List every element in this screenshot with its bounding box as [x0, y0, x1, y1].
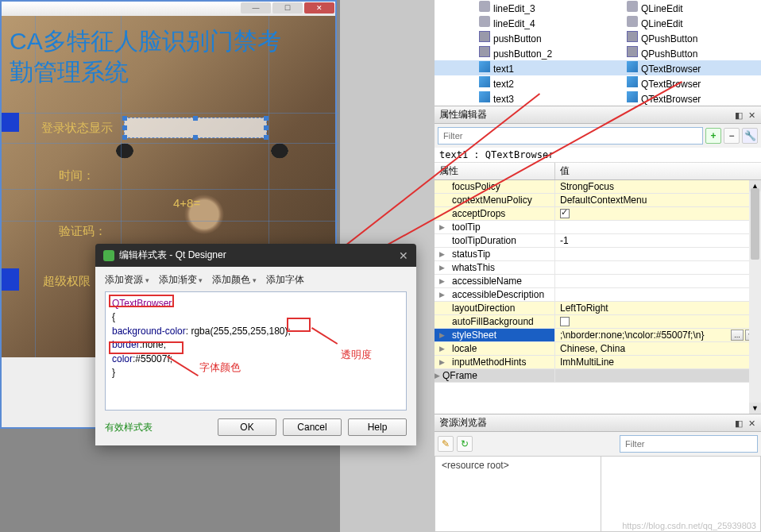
scroll-thumb[interactable]: [751, 188, 759, 260]
annotation-box-alpha: [287, 318, 311, 332]
property-editor-header[interactable]: 属性编辑器 ◧ ✕: [435, 106, 761, 124]
reload-resource-button[interactable]: ↻: [457, 436, 473, 452]
remove-property-button[interactable]: −: [724, 128, 740, 144]
add-resource-menu[interactable]: 添加资源: [105, 273, 149, 287]
grid-line: [2, 221, 338, 222]
dialog-titlebar[interactable]: 编辑样式表 - Qt Designer ✕: [95, 244, 416, 267]
close-icon[interactable]: ✕: [747, 110, 756, 120]
class-icon: [627, 76, 638, 87]
object-row-text3[interactable]: text3QTextBrowser: [435, 91, 761, 106]
resource-browser: ✎ ↻ <resource root>: [435, 432, 761, 532]
widget-icon: [479, 91, 490, 102]
property-row-contextMenuPolicy[interactable]: contextMenuPolicyDefaultContextMenu: [435, 194, 761, 207]
object-row-text1[interactable]: text1QTextBrowser: [435, 60, 761, 75]
widget-icon: [479, 1, 490, 12]
property-row-autoFillBackground[interactable]: autoFillBackground: [435, 315, 761, 329]
object-row-pushButton[interactable]: pushButtonQPushButton: [435, 30, 761, 45]
annotation-box-selector: [109, 295, 174, 307]
watermark: https://blog.csdn.net/qq_25939803: [622, 521, 756, 530]
expand-icon[interactable]: ▶: [435, 372, 440, 380]
checkbox[interactable]: [560, 209, 570, 218]
object-row-text2[interactable]: text2QTextBrowser: [435, 75, 761, 91]
annotation-box-color: [109, 341, 183, 354]
resource-filter-input[interactable]: [620, 435, 758, 453]
edit-button[interactable]: ...: [731, 330, 744, 341]
minimize-button[interactable]: —: [241, 2, 271, 13]
property-group-qframe[interactable]: ▶QFrame: [435, 369, 761, 383]
property-row-locale[interactable]: ▶localeChinese, China: [435, 342, 761, 356]
property-row-accessibleName[interactable]: ▶accessibleName: [435, 275, 761, 288]
property-row-styleSheet[interactable]: ▶styleSheet;\nborder:none;\ncolor:#55007…: [435, 329, 761, 342]
class-icon: [627, 1, 638, 12]
property-columns-header: 属性 值: [435, 163, 761, 180]
dialog-close-button[interactable]: ✕: [399, 249, 408, 262]
property-row-inputMethodHints[interactable]: ▶inputMethodHintsImhMultiLine: [435, 356, 761, 369]
resource-tree[interactable]: <resource root>: [435, 456, 601, 532]
expand-icon[interactable]: ▶: [439, 358, 445, 366]
scroll-down-icon[interactable]: ▼: [749, 403, 761, 414]
text1-widget[interactable]: [124, 118, 267, 138]
scrollbar[interactable]: ▲ ▼: [749, 180, 761, 414]
property-editor-title: 属性编辑器: [439, 108, 487, 121]
add-color-menu[interactable]: 添加颜色: [212, 273, 257, 287]
class-icon: [627, 91, 638, 102]
object-row-lineEdit_3[interactable]: lineEdit_3QLineEdit: [435, 0, 761, 15]
class-icon: [627, 46, 638, 57]
label-login-status: 登录状态显示: [41, 121, 113, 136]
annotation-font-color: 字体颜色: [199, 360, 241, 376]
dialog-toolbar: 添加资源 添加渐变 添加颜色 添加字体: [105, 273, 407, 287]
grid-line: [2, 189, 338, 190]
property-grid[interactable]: ▲ ▼ focusPolicyStrongFocuscontextMenuPol…: [435, 180, 761, 414]
expand-icon[interactable]: ▶: [439, 345, 445, 353]
class-icon: [627, 16, 638, 27]
maximize-button[interactable]: ☐: [272, 2, 303, 13]
property-row-accessibleDescription[interactable]: ▶accessibleDescription: [435, 288, 761, 302]
add-font-menu[interactable]: 添加字体: [266, 273, 304, 287]
pin-icon[interactable]: ◧: [734, 110, 744, 120]
close-icon[interactable]: ✕: [747, 418, 756, 428]
expand-icon[interactable]: ▶: [439, 277, 445, 285]
property-row-toolTip[interactable]: ▶toolTip: [435, 221, 761, 234]
resource-root-item[interactable]: <resource root>: [442, 460, 509, 471]
configure-button[interactable]: 🔧: [742, 128, 758, 144]
resource-browser-title: 资源浏览器: [439, 416, 487, 430]
valid-stylesheet-label: 有效样式表: [105, 421, 153, 434]
combo-widget[interactable]: [2, 268, 19, 291]
checkbox[interactable]: [560, 317, 570, 326]
ok-button[interactable]: OK: [218, 418, 276, 436]
combo-widget[interactable]: [2, 113, 19, 132]
widget-icon: [479, 61, 490, 72]
widget-icon: [479, 76, 490, 87]
property-row-toolTipDuration[interactable]: toolTipDuration-1: [435, 234, 761, 248]
expand-icon[interactable]: ▶: [439, 264, 445, 272]
expand-icon[interactable]: ▶: [439, 250, 445, 258]
stylesheet-textarea[interactable]: QTextBrowser { background-color: rgba(25…: [105, 291, 407, 411]
cancel-button[interactable]: Cancel: [283, 418, 342, 436]
close-button[interactable]: ✕: [304, 2, 334, 13]
col-property: 属性: [435, 163, 555, 179]
add-gradient-menu[interactable]: 添加渐变: [159, 273, 203, 287]
label-verify: 验证码：: [59, 224, 106, 239]
widget-icon: [479, 16, 490, 27]
property-row-acceptDrops[interactable]: acceptDrops: [435, 207, 761, 221]
help-button[interactable]: Help: [348, 418, 407, 436]
dialog-body: 添加资源 添加渐变 添加颜色 添加字体 QTextBrowser { backg…: [95, 267, 416, 445]
label-math: 4+8=: [173, 196, 200, 210]
object-inspector-tree[interactable]: lineEdit_3QLineEditlineEdit_4QLineEditpu…: [435, 0, 761, 106]
class-icon: [627, 31, 638, 42]
property-row-statusTip[interactable]: ▶statusTip: [435, 248, 761, 261]
grid-line: [2, 113, 338, 114]
add-property-button[interactable]: +: [705, 128, 721, 144]
expand-icon[interactable]: ▶: [439, 331, 445, 339]
widget-icon: [479, 46, 490, 57]
grid-line: [35, 16, 36, 357]
property-row-whatsThis[interactable]: ▶whatsThis: [435, 261, 761, 275]
object-row-lineEdit_4[interactable]: lineEdit_4QLineEdit: [435, 15, 761, 30]
edit-resource-button[interactable]: ✎: [438, 436, 454, 452]
pin-icon[interactable]: ◧: [734, 418, 744, 428]
property-row-layoutDirection[interactable]: layoutDirectionLeftToRight: [435, 302, 761, 315]
expand-icon[interactable]: ▶: [439, 291, 445, 299]
object-row-pushButton_2[interactable]: pushButton_2QPushButton: [435, 45, 761, 60]
resource-browser-header[interactable]: 资源浏览器 ◧ ✕: [435, 414, 761, 432]
expand-icon[interactable]: ▶: [439, 223, 445, 231]
